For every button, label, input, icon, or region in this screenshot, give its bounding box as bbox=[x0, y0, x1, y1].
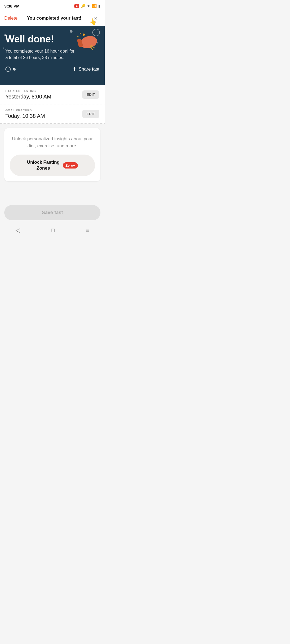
goal-reached-label: GOAL REACHED bbox=[5, 109, 45, 112]
header-bar: Delete You completed your fast! × bbox=[0, 11, 105, 26]
slide-indicator-1 bbox=[5, 67, 11, 72]
unlock-button-wrap[interactable]: Unlock FastingZones Zero+ bbox=[10, 155, 95, 176]
started-fasting-label: STARTED FASTING bbox=[5, 89, 51, 93]
save-button-wrap: Save fast bbox=[0, 202, 105, 224]
started-fasting-row: STARTED FASTING Yesterday, 8:00 AM EDIT bbox=[0, 85, 105, 104]
spacer bbox=[0, 186, 105, 202]
edit-start-button[interactable]: EDIT bbox=[82, 90, 99, 99]
share-fast-button[interactable]: ⬆ Share fast bbox=[73, 66, 100, 72]
hero-title: Well done! bbox=[5, 34, 99, 45]
unlock-text: Unlock personalized insights about your … bbox=[10, 136, 95, 149]
battery-icon: ▮ bbox=[98, 4, 100, 8]
hero-content: Well done! You completed your 16 hour go… bbox=[5, 34, 99, 61]
hero-banner: Well done! You completed your 16 hour go… bbox=[0, 26, 105, 85]
hero-subtitle: You completed your 16 hour goal for a to… bbox=[5, 48, 75, 61]
slide-indicator-2 bbox=[13, 68, 16, 71]
wifi-icon: 📶 bbox=[92, 4, 97, 8]
back-nav-button[interactable]: ◁ bbox=[16, 227, 20, 234]
started-fasting-value: Yesterday, 8:00 AM bbox=[5, 94, 51, 100]
unlock-card: Unlock personalized insights about your … bbox=[4, 128, 100, 181]
delete-button[interactable]: Delete bbox=[4, 16, 17, 21]
status-icons: ▶ 🔑 ★ 📶 ▮ bbox=[74, 4, 100, 8]
goal-reached-row: GOAL REACHED Today, 10:38 AM EDIT bbox=[0, 104, 105, 124]
info-section: STARTED FASTING Yesterday, 8:00 AM EDIT … bbox=[0, 85, 105, 124]
close-button[interactable]: × bbox=[91, 13, 100, 23]
goal-reached-info: GOAL REACHED Today, 10:38 AM bbox=[5, 109, 45, 119]
status-bar: 3:38 PM ▶ 🔑 ★ 📶 ▮ bbox=[0, 0, 105, 11]
slide-indicators bbox=[5, 67, 16, 72]
edit-goal-button[interactable]: EDIT bbox=[82, 110, 99, 118]
nav-bar: ◁ □ ≡ bbox=[0, 224, 105, 238]
status-time: 3:38 PM bbox=[4, 4, 20, 8]
goal-reached-value: Today, 10:38 AM bbox=[5, 113, 45, 119]
share-icon: ⬆ bbox=[73, 66, 77, 72]
home-nav-button[interactable]: □ bbox=[51, 227, 55, 234]
started-fasting-info: STARTED FASTING Yesterday, 8:00 AM bbox=[5, 89, 51, 100]
share-fast-label: Share fast bbox=[79, 67, 100, 72]
page-title: You completed your fast! bbox=[27, 16, 81, 21]
zero-plus-badge: Zero+ bbox=[63, 162, 78, 169]
menu-nav-button[interactable]: ≡ bbox=[86, 227, 89, 234]
bluetooth-icon: ★ bbox=[87, 4, 90, 8]
hero-footer: ⬆ Share fast bbox=[5, 66, 99, 72]
recording-icon: ▶ bbox=[74, 4, 79, 8]
key-icon: 🔑 bbox=[81, 4, 85, 8]
unlock-button-label: Unlock FastingZones bbox=[27, 159, 60, 171]
save-fast-button[interactable]: Save fast bbox=[4, 205, 100, 220]
